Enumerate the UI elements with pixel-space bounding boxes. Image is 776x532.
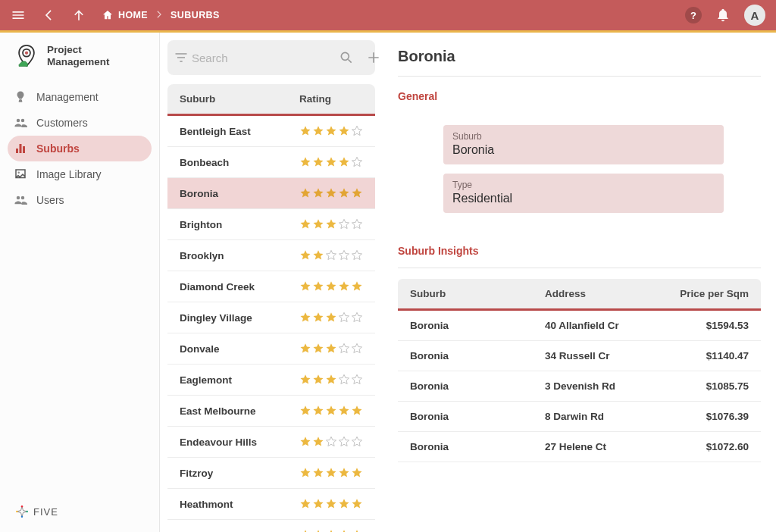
insight-address: 34 Russell Cr (545, 350, 658, 361)
svg-point-5 (16, 511, 17, 512)
row-rating (299, 374, 363, 386)
row-suburb: Brighton (180, 219, 299, 230)
field-type-value: Residential (452, 192, 715, 205)
sidebar-item-management[interactable]: Management (8, 84, 152, 110)
bell-icon[interactable] (715, 8, 731, 23)
table-row[interactable]: Heathmont (167, 489, 375, 520)
list-rows: Bentleigh EastBonbeachBoroniaBrightonBro… (167, 116, 375, 532)
svg-point-4 (27, 511, 28, 512)
app-logo: Project Management (0, 33, 159, 80)
top-bar: HOME SUBURBS ? A (0, 0, 776, 30)
footer-brand: FIVE (33, 506, 58, 518)
insight-suburb: Boronia (410, 441, 545, 452)
row-suburb: Heidelberg (180, 530, 299, 533)
search-input[interactable] (192, 52, 336, 64)
row-suburb: Donvale (180, 343, 299, 355)
sidebar-item-customers[interactable]: Customers (8, 110, 152, 136)
insight-price: $1594.53 (658, 320, 749, 331)
table-row[interactable]: Bonbeach (167, 147, 375, 178)
search-bar (167, 40, 375, 75)
customers-icon (14, 116, 27, 130)
row-rating (299, 156, 363, 168)
table-row[interactable]: Donvale (167, 333, 375, 365)
table-row[interactable]: Brooklyn (167, 240, 375, 271)
insights-header: Suburb Address Price per Sqm (398, 279, 761, 311)
suburbs-icon (14, 142, 27, 155)
help-button[interactable]: ? (685, 7, 702, 23)
map-pin-icon (14, 43, 39, 69)
management-icon (14, 90, 27, 104)
section-general: General (398, 77, 761, 125)
table-row[interactable]: Heidelberg (167, 520, 375, 532)
insights-header-address: Address (545, 288, 658, 299)
insight-address: 3 Devenish Rd (545, 380, 658, 392)
menu-icon[interactable] (11, 8, 26, 23)
avatar[interactable]: A (744, 5, 765, 26)
table-row[interactable]: East Melbourne (167, 396, 375, 427)
search-icon[interactable] (339, 47, 354, 68)
list-header-rating: Rating (299, 93, 363, 105)
insight-suburb: Boronia (410, 320, 545, 331)
row-rating (299, 343, 363, 355)
row-rating (299, 436, 363, 448)
insight-price: $1076.39 (658, 411, 749, 422)
section-insights: Suburb Insights (398, 222, 761, 268)
five-logo-icon (15, 505, 29, 518)
sidebar-item-users[interactable]: Users (8, 187, 152, 213)
list-panel: Suburb Rating Bentleigh EastBonbeachBoro… (160, 33, 383, 532)
svg-point-1 (25, 52, 28, 55)
app-title-line2: Management (47, 56, 110, 68)
row-rating (299, 529, 363, 532)
row-rating (299, 498, 363, 510)
table-row[interactable]: Boronia (167, 178, 375, 209)
insight-row[interactable]: Boronia40 Allanfield Cr$1594.53 (398, 311, 761, 341)
detail-title: Boronia (398, 33, 761, 77)
sidebar-footer: FIVE (0, 494, 159, 532)
list-header-suburb: Suburb (180, 93, 299, 105)
field-suburb[interactable]: Suburb Boronia (443, 125, 724, 164)
insights-rows: Boronia40 Allanfield Cr$1594.53Boronia34… (398, 311, 761, 462)
field-suburb-value: Boronia (452, 143, 715, 157)
insight-price: $1140.47 (658, 350, 749, 361)
chevron-right-icon (154, 9, 164, 22)
table-row[interactable]: Endeavour Hills (167, 427, 375, 458)
row-rating (299, 125, 363, 137)
back-icon[interactable] (41, 8, 56, 23)
insight-row[interactable]: Boronia3 Devenish Rd$1085.75 (398, 371, 761, 402)
add-button[interactable] (366, 47, 381, 68)
sidebar-item-label: Customers (36, 117, 88, 129)
row-suburb: Boronia (180, 188, 299, 199)
field-type[interactable]: Type Residential (443, 174, 724, 213)
svg-point-6 (21, 516, 23, 518)
breadcrumb-home-label: HOME (118, 10, 148, 20)
row-rating (299, 467, 363, 479)
row-rating (299, 187, 363, 199)
row-rating (299, 405, 363, 417)
table-row[interactable]: Fitzroy (167, 458, 375, 489)
breadcrumb-current: SUBURBS (171, 10, 220, 20)
table-row[interactable]: Bentleigh East (167, 116, 375, 147)
sidebar-item-label: Users (36, 194, 64, 206)
table-row[interactable]: Dingley Village (167, 302, 375, 333)
insight-row[interactable]: Boronia8 Darwin Rd$1076.39 (398, 402, 761, 432)
table-row[interactable]: Brighton (167, 209, 375, 240)
sidebar-item-suburbs[interactable]: Suburbs (8, 136, 152, 161)
filter-icon[interactable] (174, 47, 189, 68)
sidebar-item-image-library[interactable]: Image Library (8, 161, 152, 187)
field-suburb-label: Suburb (452, 131, 715, 142)
row-suburb: Endeavour Hills (180, 437, 299, 448)
insight-suburb: Boronia (410, 350, 545, 361)
row-suburb: Diamond Creek (180, 281, 299, 293)
list-header: Suburb Rating (167, 84, 375, 116)
insight-address: 8 Darwin Rd (545, 411, 658, 422)
breadcrumb-home[interactable]: HOME (102, 9, 148, 21)
sidebar: Project Management ManagementCustomersSu… (0, 33, 160, 532)
up-icon[interactable] (71, 8, 86, 23)
table-row[interactable]: Diamond Creek (167, 271, 375, 302)
insights-header-suburb: Suburb (410, 288, 545, 299)
svg-point-2 (18, 172, 20, 174)
row-suburb: Bentleigh East (180, 126, 299, 137)
insight-row[interactable]: Boronia34 Russell Cr$1140.47 (398, 341, 761, 371)
insight-row[interactable]: Boronia27 Helene Ct$1072.60 (398, 432, 761, 462)
table-row[interactable]: Eaglemont (167, 365, 375, 396)
